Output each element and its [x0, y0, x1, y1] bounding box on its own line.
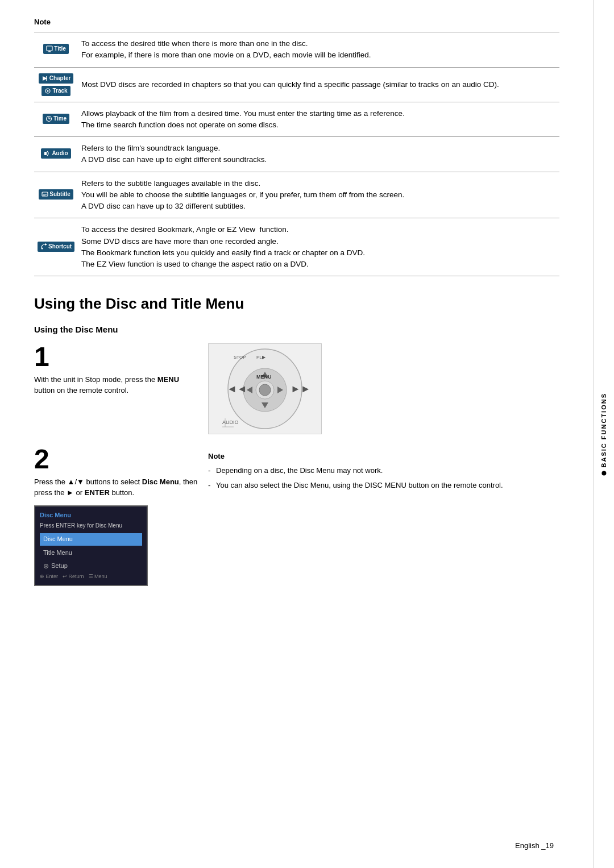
- step-1-left: 1 With the unit in Stop mode, press the …: [34, 343, 199, 434]
- table-row: Audio Refers to the film's soundtrack la…: [34, 137, 559, 172]
- text-cell-time: Allows playback of the film from a desir…: [78, 102, 559, 137]
- svg-text:STOP: STOP: [234, 355, 246, 360]
- remote-svg: STOP PL▶: [211, 344, 319, 433]
- title-icon: [46, 45, 53, 52]
- chapter-icon: [42, 75, 48, 82]
- screen-item-title-menu: Title Menu: [40, 547, 142, 559]
- svg-marker-14: [45, 243, 47, 246]
- step-1-text: With the unit in Stop mode, press the ME…: [34, 374, 199, 396]
- subtitle-icon-badge: Subtitle: [39, 189, 73, 200]
- table-row: Shortcut To access the desired Bookmark,…: [34, 218, 559, 276]
- screen-instruction: Press ENTER key for Disc Menu: [40, 522, 142, 530]
- step-2-row: 2 Press the ▲/▼ buttons to select Disc M…: [34, 446, 559, 586]
- screen-footer-return: ↩ Return: [63, 573, 84, 580]
- sidebar: BASIC FUNCTIONS: [594, 0, 614, 868]
- icon-cell-audio: Audio: [34, 137, 78, 172]
- svg-rect-10: [44, 152, 47, 155]
- time-icon-badge: Time: [43, 114, 69, 124]
- note-item-1: Depending on a disc, the Disc Menu may n…: [208, 465, 559, 476]
- icon-cell-chapter-track: Chapter Track: [34, 67, 78, 102]
- step-2-number: 2: [34, 446, 199, 473]
- step-2-left: 2 Press the ▲/▼ buttons to select Disc M…: [34, 446, 199, 586]
- audio-icon-badge: Audio: [41, 148, 70, 159]
- screen-footer-menu: ☰ Menu: [89, 573, 107, 580]
- audio-icon: [44, 150, 51, 157]
- setup-icon: [43, 563, 49, 569]
- table-row: Subtitle Refers to the subtitle language…: [34, 172, 559, 218]
- section-title: Using the Disc and Title Menu: [34, 293, 559, 314]
- icon-cell-shortcut: Shortcut: [34, 218, 78, 276]
- chapter-track-stack: Chapter Track: [38, 73, 74, 96]
- screen-mock: Disc Menu Press ENTER key for Disc Menu …: [34, 505, 148, 586]
- svg-text:►►: ►►: [291, 383, 311, 394]
- text-cell-title: To access the desired title when there i…: [78, 32, 559, 68]
- svg-point-6: [47, 90, 49, 92]
- table-row: Chapter Track Most DVD discs are recorde…: [34, 67, 559, 102]
- sub-heading: Using the Disc Menu: [34, 323, 559, 335]
- text-cell-audio: Refers to the film's soundtrack language…: [78, 137, 559, 172]
- steps-container: 1 With the unit in Stop mode, press the …: [34, 343, 559, 597]
- step-1-number: 1: [34, 343, 199, 371]
- sidebar-label: BASIC FUNCTIONS: [600, 393, 608, 475]
- sidebar-dot: [601, 471, 606, 475]
- shortcut-icon: [40, 243, 47, 250]
- icon-cell-title: Title: [34, 32, 78, 68]
- text-cell-subtitle: Refers to the subtitle languages availab…: [78, 172, 559, 218]
- step-2-note-box: Note Depending on a disc, the Disc Menu …: [208, 451, 559, 491]
- svg-text:PL▶: PL▶: [256, 355, 266, 360]
- chapter-icon-badge: Chapter: [39, 73, 74, 84]
- table-row: Time Allows playback of the film from a …: [34, 102, 559, 137]
- icon-cell-subtitle: Subtitle: [34, 172, 78, 218]
- text-cell-chapter: Most DVD discs are recorded in chapters …: [78, 67, 559, 102]
- screen-disc-menu-label: Disc Menu: [40, 511, 142, 520]
- note-list: Depending on a disc, the Disc Menu may n…: [208, 465, 559, 491]
- remote-image: STOP PL▶: [208, 343, 322, 434]
- note-label: Note: [34, 17, 559, 27]
- svg-text:◄◄: ◄◄: [227, 383, 247, 394]
- note-section: Note Title To access the desired title w…: [34, 17, 559, 276]
- screen-footer-enter: ⊕ Enter: [40, 573, 58, 580]
- svg-point-33: [45, 565, 47, 566]
- step-1-right: STOP PL▶: [208, 343, 559, 434]
- svg-point-25: [259, 384, 271, 396]
- icon-cell-time: Time: [34, 102, 78, 137]
- step-2-right: Note Depending on a disc, the Disc Menu …: [208, 446, 559, 586]
- icon-table: Title To access the desired title when t…: [34, 32, 559, 276]
- note-label-sm: Note: [208, 451, 559, 462]
- table-row: Title To access the desired title when t…: [34, 32, 559, 68]
- svg-point-15: [42, 247, 43, 249]
- sidebar-text: BASIC FUNCTIONS: [600, 393, 608, 467]
- screen-item-disc-menu: Disc Menu: [40, 533, 142, 545]
- note-item-2: You can also select the Disc Menu, using…: [208, 480, 559, 491]
- screen-footer: ⊕ Enter ↩ Return ☰ Menu: [40, 573, 142, 580]
- text-cell-shortcut: To access the desired Bookmark, Angle or…: [78, 218, 559, 276]
- svg-text:AUDIO: AUDIO: [222, 420, 239, 425]
- screen-item-setup: Setup: [40, 560, 142, 572]
- track-icon: [44, 88, 51, 94]
- shortcut-icon-badge: Shortcut: [38, 242, 74, 252]
- page-footer: English _19: [515, 841, 554, 851]
- step-2-text: Press the ▲/▼ buttons to select Disc Men…: [34, 476, 199, 499]
- svg-text:MENU: MENU: [256, 374, 272, 380]
- subtitle-icon: [42, 191, 48, 198]
- title-icon-badge: Title: [43, 44, 68, 54]
- track-icon-badge: Track: [42, 86, 70, 96]
- time-icon: [45, 115, 52, 122]
- step-1-row: 1 With the unit in Stop mode, press the …: [34, 343, 559, 434]
- svg-rect-0: [47, 46, 52, 51]
